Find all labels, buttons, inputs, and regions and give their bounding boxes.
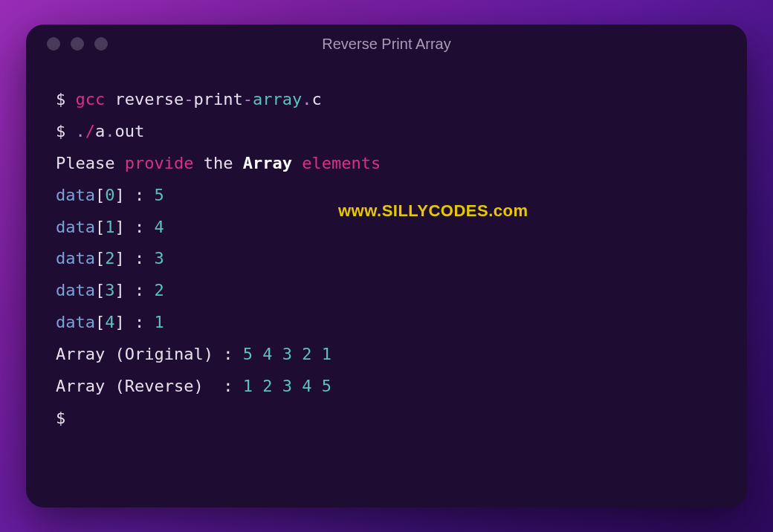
- data-input-line: data[4] : 1: [56, 307, 717, 339]
- maximize-button[interactable]: [94, 37, 108, 51]
- window-title: Reverse Print Array: [41, 36, 732, 53]
- data-index: 3: [105, 281, 114, 299]
- gcc-command: gcc: [76, 90, 106, 108]
- data-index: 2: [105, 249, 114, 267]
- minimize-button[interactable]: [71, 37, 84, 51]
- output-prompt-line: Please provide the Array elements: [56, 148, 717, 180]
- data-input-line: data[2] : 3: [56, 243, 717, 275]
- terminal-content[interactable]: www.SILLYCODES.com $ gcc reverse-print-a…: [26, 63, 747, 455]
- command-line-1: $ gcc reverse-print-array.c: [56, 84, 717, 116]
- data-value: 3: [154, 249, 164, 267]
- final-prompt: $: [56, 403, 717, 435]
- data-var: data: [56, 249, 95, 267]
- data-value: 2: [154, 281, 164, 299]
- array-reverse-line: Array (Reverse) : 1 2 3 4 5: [56, 371, 717, 403]
- watermark: www.SILLYCODES.com: [338, 195, 528, 227]
- data-value: 4: [154, 218, 164, 236]
- data-index: 1: [105, 218, 114, 236]
- data-value: 1: [154, 313, 164, 331]
- data-var: data: [56, 313, 95, 331]
- prompt: $: [56, 90, 76, 108]
- array-original-line: Array (Original) : 5 4 3 2 1: [56, 339, 717, 371]
- traffic-lights: [47, 37, 108, 51]
- data-var: data: [56, 186, 95, 204]
- prompt: $: [56, 122, 76, 140]
- data-input-line: data[3] : 2: [56, 275, 717, 307]
- reverse-values: 1 2 3 4 5: [243, 377, 331, 395]
- terminal-window: Reverse Print Array www.SILLYCODES.com $…: [26, 25, 747, 507]
- close-button[interactable]: [47, 37, 60, 51]
- data-index: 4: [105, 313, 114, 331]
- data-var: data: [56, 281, 95, 299]
- command-line-2: $ ./a.out: [56, 116, 717, 148]
- data-value: 5: [154, 186, 164, 204]
- original-values: 5 4 3 2 1: [243, 345, 331, 363]
- title-bar: Reverse Print Array: [26, 25, 747, 63]
- data-var: data: [56, 218, 95, 236]
- data-index: 0: [105, 186, 114, 204]
